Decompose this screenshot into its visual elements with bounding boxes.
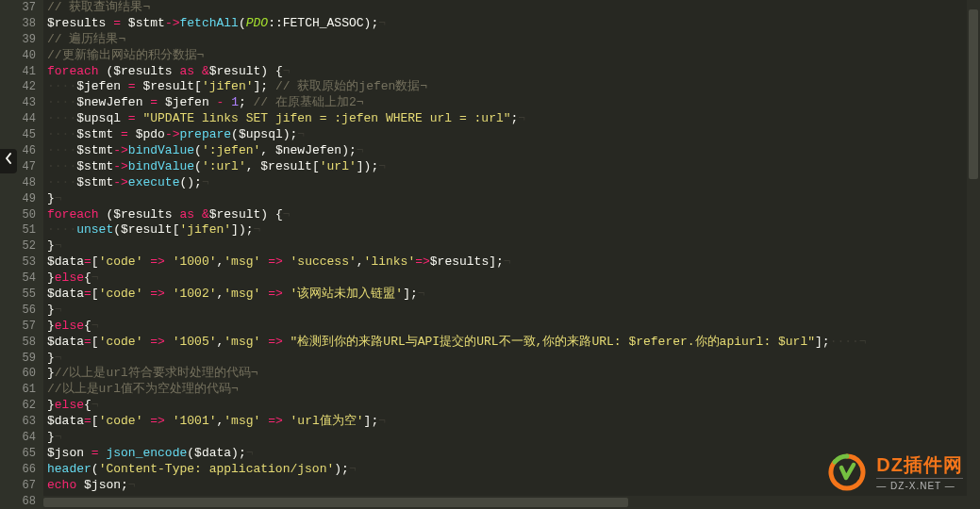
token-var: $upsql	[76, 111, 121, 125]
line-number: 68	[11, 494, 36, 509]
token-ws	[158, 95, 165, 109]
code-line[interactable]: }else{¬	[47, 271, 980, 287]
token-punc: [	[91, 335, 99, 349]
token-ws: ····	[47, 143, 76, 157]
code-line[interactable]: foreach ($results as &$result) {¬	[47, 207, 980, 223]
code-line[interactable]: $data=['code' => '1001','msg' => 'url值为空…	[47, 414, 980, 430]
line-number: 57	[11, 319, 36, 335]
token-punc: ;	[239, 95, 246, 109]
code-line[interactable]: }¬	[47, 191, 980, 207]
token-arrow: ->	[113, 143, 128, 157]
code-line[interactable]: ····$stmt->execute();¬	[47, 175, 980, 191]
token-op: =	[84, 287, 91, 301]
token-ws	[268, 143, 275, 157]
horizontal-scrollbar-thumb[interactable]	[43, 498, 628, 507]
token-ws: ¬	[55, 303, 62, 317]
line-number: 39	[11, 32, 36, 48]
token-punc: ;	[239, 446, 246, 460]
code-line[interactable]: }¬	[47, 238, 980, 254]
code-line[interactable]: }//以上是url符合要求时处理的代码¬	[47, 366, 980, 382]
code-line[interactable]: //更新输出网站的积分数据¬	[47, 48, 980, 64]
code-line[interactable]: ····$upsql = "UPDATE links SET jifen = :…	[47, 111, 980, 127]
token-var: $json	[47, 446, 84, 460]
token-var: $data	[47, 414, 84, 428]
token-comment: // 获取查询结果¬	[47, 0, 150, 14]
token-comment: //更新输出网站的积分数据¬	[47, 48, 204, 62]
line-number: 54	[11, 271, 36, 287]
code-line[interactable]: ····$stmt->bindValue(':url', $result['ur…	[47, 159, 980, 175]
token-ws: ¬	[246, 446, 254, 460]
line-number: 51	[11, 222, 36, 238]
code-line[interactable]: ····$jefen = $result['jifen']; // 获取原始的j…	[47, 79, 980, 95]
token-func: prepare	[180, 127, 232, 141]
token-paren: (	[239, 16, 246, 30]
code-line[interactable]: ····$newJefen = $jefen - 1; // 在原基础上加2¬	[47, 95, 980, 111]
token-punc: [	[91, 254, 99, 269]
token-ws	[283, 414, 291, 428]
horizontal-scrollbar[interactable]	[43, 496, 967, 509]
code-line[interactable]: }else{¬	[47, 319, 980, 335]
code-line[interactable]: }¬	[47, 430, 980, 446]
line-number: 53	[11, 254, 36, 271]
code-line[interactable]: }¬	[47, 351, 980, 367]
token-punc: }	[47, 191, 55, 205]
token-str: 'Content-Type: application/json'	[99, 462, 335, 476]
token-str: "检测到你的来路URL与API提交的URL不一致,你的来路URL: $refer…	[291, 335, 815, 349]
code-line[interactable]: foreach ($results as &$result) {¬	[47, 64, 980, 80]
code-line[interactable]: // 遍历结果¬	[47, 32, 980, 48]
token-var: $data	[194, 446, 231, 460]
code-line[interactable]: $results = $stmt->fetchAll(PDO::FETCH_AS…	[47, 16, 980, 32]
token-punc: ;	[822, 335, 830, 349]
code-line[interactable]: ····$stmt = $pdo->prepare($upsql);¬	[47, 127, 980, 143]
token-scope: ::	[268, 16, 283, 30]
token-punc: ;	[349, 143, 357, 157]
token-op: =>	[150, 254, 165, 269]
token-str: '1001'	[173, 414, 217, 428]
token-ws: ¬	[91, 319, 99, 333]
token-ws: ¬	[283, 64, 291, 78]
token-ws: ¬	[91, 271, 99, 285]
token-punc: ]	[231, 222, 239, 237]
code-line[interactable]: $data=['code' => '1005','msg' => "检测到你的来…	[47, 335, 980, 351]
token-arrow: ->	[165, 127, 180, 141]
token-op: =	[121, 127, 128, 141]
token-ws: ¬	[378, 16, 386, 30]
token-comment: // 在原基础上加2¬	[254, 95, 364, 109]
code-line[interactable]: ····$stmt->bindValue(':jefen', $newJefen…	[47, 143, 980, 159]
code-line[interactable]: // 获取查询结果¬	[47, 0, 980, 16]
code-line[interactable]: $data=['code' => '1000','msg' => 'succes…	[47, 254, 980, 271]
token-op: &	[202, 207, 209, 222]
code-line[interactable]: $data=['code' => '1002','msg' => '该网站未加入…	[47, 287, 980, 303]
code-line[interactable]: }¬	[47, 303, 980, 319]
line-number: 50	[11, 207, 36, 223]
code-line[interactable]: ····unset($result['jifen']);¬	[47, 222, 980, 238]
vertical-scrollbar-thumb[interactable]	[969, 9, 978, 179]
token-ws	[268, 79, 275, 93]
token-str: 'msg'	[224, 335, 260, 349]
token-punc: ;	[410, 287, 418, 301]
token-const: PDO	[246, 16, 268, 30]
panel-collapse-button[interactable]	[0, 149, 17, 173]
token-op: =	[128, 79, 136, 93]
token-func: bindValue	[128, 143, 194, 157]
vertical-scrollbar[interactable]	[967, 0, 980, 509]
token-op: =	[113, 16, 121, 30]
token-arrow: ->	[113, 159, 128, 173]
token-paren: (	[194, 159, 202, 173]
token-var: $pdo	[136, 127, 165, 141]
code-area[interactable]: // 获取查询结果¬$results = $stmt->fetchAll(PDO…	[43, 0, 980, 509]
code-editor: 3738394041424344454647484950515253545556…	[0, 0, 980, 509]
code-line[interactable]: }else{¬	[47, 398, 980, 414]
line-number: 63	[11, 414, 36, 430]
code-line[interactable]: //以上是url值不为空处理的代码¬	[47, 382, 980, 398]
token-ws: ¬	[202, 175, 209, 189]
watermark-text: DZ插件网 — DZ-X.NET —	[876, 452, 963, 492]
line-number: 61	[11, 382, 36, 398]
token-punc: [	[91, 414, 99, 428]
token-str: '1000'	[173, 254, 217, 269]
line-number-gutter[interactable]: 3738394041424344454647484950515253545556…	[0, 0, 43, 509]
token-var: $stmt	[76, 127, 113, 141]
token-var: $data	[47, 254, 84, 269]
token-str: ':jefen'	[202, 143, 260, 157]
line-number: 49	[11, 191, 36, 207]
